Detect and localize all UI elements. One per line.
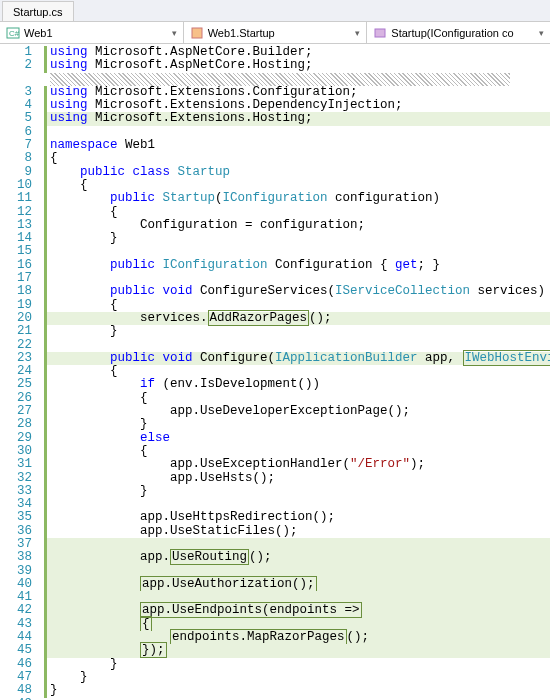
code-line[interactable]: using Microsoft.Extensions.DependencyInj… xyxy=(44,99,550,112)
token-kw: public xyxy=(110,191,163,205)
code-line[interactable]: app.UseHttpsRedirection(); xyxy=(44,511,550,524)
code-line[interactable]: } xyxy=(44,418,550,431)
code-line[interactable] xyxy=(44,73,550,86)
token-mem: Configure xyxy=(200,351,268,365)
code-line[interactable]: public IConfiguration Configuration { ge… xyxy=(44,259,550,272)
token-mem: services. xyxy=(140,311,208,325)
line-number: 24 xyxy=(0,365,32,378)
token-mem: AddRazorPages xyxy=(208,310,310,326)
code-line[interactable] xyxy=(44,272,550,285)
code-line[interactable]: { xyxy=(44,365,550,378)
change-marker xyxy=(44,418,47,431)
token-mem: endpoints.MapRazorPages xyxy=(170,629,347,645)
code-line[interactable] xyxy=(44,498,550,511)
token-punct: { xyxy=(110,205,118,219)
line-number: 42 xyxy=(0,604,32,617)
change-marker xyxy=(44,591,47,604)
code-line[interactable]: using Microsoft.AspNetCore.Builder; xyxy=(44,46,550,59)
token-kw: using xyxy=(50,98,95,112)
line-number: 48 xyxy=(0,684,32,697)
line-number: 29 xyxy=(0,432,32,445)
line-number: 3 xyxy=(0,86,32,99)
code-editor[interactable]: 1234567891011121314151617181920212223242… xyxy=(0,44,550,700)
code-line[interactable]: public Startup(IConfiguration configurat… xyxy=(44,192,550,205)
change-marker xyxy=(44,365,47,378)
code-line[interactable]: namespace Web1 xyxy=(44,139,550,152)
token-punct: } xyxy=(140,484,148,498)
code-line[interactable]: public void ConfigureServices(IServiceCo… xyxy=(44,285,550,298)
token-mem: app. xyxy=(140,550,170,564)
code-line[interactable]: using Microsoft.Extensions.Configuration… xyxy=(44,86,550,99)
change-marker xyxy=(44,432,47,445)
token-punct: } xyxy=(80,670,88,684)
code-line[interactable]: app.UseAuthorization(); xyxy=(44,578,550,591)
code-line[interactable]: Configuration = configuration; xyxy=(44,219,550,232)
line-number: 36 xyxy=(0,525,32,538)
code-line[interactable] xyxy=(44,126,550,139)
code-line[interactable]: app.UseStaticFiles(); xyxy=(44,525,550,538)
code-line[interactable]: services.AddRazorPages(); xyxy=(44,312,550,325)
token-mem: app.UseEndpoints(endpoints => xyxy=(140,602,362,618)
code-line[interactable]: if (env.IsDevelopment()) xyxy=(44,378,550,391)
code-line[interactable]: app.UseEndpoints(endpoints => xyxy=(44,604,550,617)
line-number: 20 xyxy=(0,312,32,325)
change-marker xyxy=(44,498,47,511)
class-name: Web1.Startup xyxy=(208,27,275,39)
line-number: 26 xyxy=(0,392,32,405)
change-marker xyxy=(44,259,47,272)
code-line[interactable]: app.UseExceptionHandler("/Error"); xyxy=(44,458,550,471)
line-number: 44 xyxy=(0,631,32,644)
line-number: 8 xyxy=(0,152,32,165)
change-marker xyxy=(44,604,47,617)
code-line[interactable]: { xyxy=(44,179,550,192)
code-line[interactable]: { xyxy=(44,392,550,405)
code-line[interactable]: } xyxy=(44,671,550,684)
tab-title: Startup.cs xyxy=(13,6,63,18)
code-line[interactable]: app.UseRouting(); xyxy=(44,551,550,564)
code-line[interactable]: else xyxy=(44,432,550,445)
token-punct: (); xyxy=(249,550,272,564)
code-line[interactable]: { xyxy=(44,206,550,219)
line-number: 22 xyxy=(0,339,32,352)
code-line[interactable]: { xyxy=(44,445,550,458)
change-marker xyxy=(44,405,47,418)
token-kw: get xyxy=(395,258,418,272)
change-marker xyxy=(44,658,47,671)
line-number: 40 xyxy=(0,578,32,591)
code-line[interactable]: } xyxy=(44,325,550,338)
token-kw: if xyxy=(140,377,163,391)
class-icon xyxy=(190,26,204,40)
code-line[interactable]: } xyxy=(44,485,550,498)
code-line[interactable]: } xyxy=(44,232,550,245)
code-line[interactable]: }); xyxy=(44,644,550,657)
change-marker xyxy=(44,445,47,458)
class-dropdown[interactable]: Web1.Startup ▾ xyxy=(184,22,368,43)
code-line[interactable]: } xyxy=(44,684,550,697)
member-dropdown[interactable]: Startup(IConfiguration co ▾ xyxy=(367,22,550,43)
code-line[interactable]: app.UseDeveloperExceptionPage(); xyxy=(44,405,550,418)
code-line[interactable]: using Microsoft.AspNetCore.Hosting; xyxy=(44,59,550,72)
code-line[interactable]: } xyxy=(44,658,550,671)
token-mem: app.UseDeveloperExceptionPage(); xyxy=(170,404,410,418)
code-surface[interactable]: using Microsoft.AspNetCore.Builder;using… xyxy=(40,44,550,700)
token-punct: { xyxy=(80,178,88,192)
chevron-down-icon: ▾ xyxy=(539,28,544,38)
code-line[interactable]: public class Startup xyxy=(44,166,550,179)
code-line[interactable]: { xyxy=(44,152,550,165)
code-line[interactable]: app.UseHsts(); xyxy=(44,472,550,485)
token-punct: } xyxy=(140,417,148,431)
code-line[interactable] xyxy=(44,245,550,258)
line-number: 28 xyxy=(0,418,32,431)
line-number: 27 xyxy=(0,405,32,418)
line-number: 39 xyxy=(0,565,32,578)
code-line[interactable]: using Microsoft.Extensions.Hosting; xyxy=(44,112,550,125)
token-punct: ( xyxy=(215,191,223,205)
token-ns: Microsoft.Extensions.Configuration xyxy=(95,85,350,99)
change-marker xyxy=(44,538,47,551)
project-dropdown[interactable]: C# Web1 ▾ xyxy=(0,22,184,43)
file-tab[interactable]: Startup.cs xyxy=(2,1,74,21)
code-line[interactable]: public void Configure(IApplicationBuilde… xyxy=(44,352,550,365)
token-mem: Configuration = configuration; xyxy=(140,218,365,232)
token-punct: ( xyxy=(268,351,276,365)
svg-rect-2 xyxy=(192,28,202,38)
